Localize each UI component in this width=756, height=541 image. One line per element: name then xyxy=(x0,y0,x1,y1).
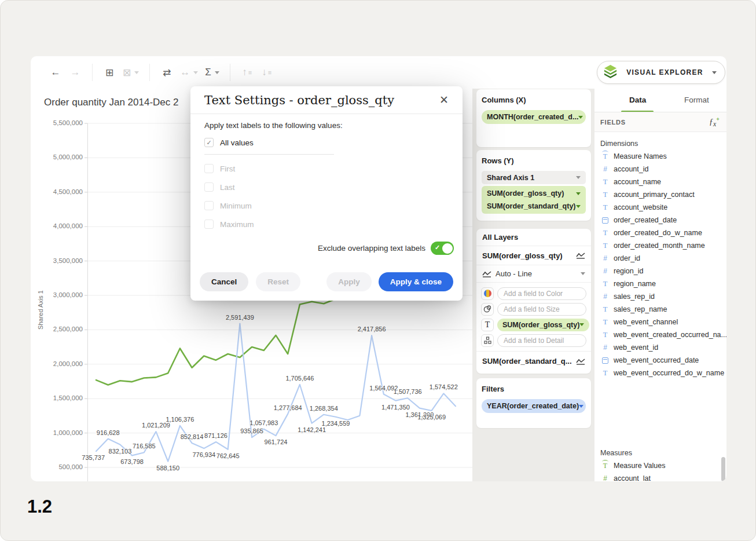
field-item-web-event-occurred-do-w-name[interactable]: Tweb_event_occurred_do_w_name xyxy=(594,367,726,379)
field-item-measure-values[interactable]: TMeasure Values xyxy=(594,459,726,472)
field-item-sales-rep-name[interactable]: Tsales_rep_name xyxy=(594,303,726,316)
option-minimum: Minimum xyxy=(204,196,449,215)
color-shelf-icon[interactable] xyxy=(481,287,494,300)
rows-shelf-title: Rows (Y) xyxy=(482,156,586,165)
layers-panel-title: All Layers xyxy=(476,229,591,246)
duplicate-chart-icon[interactable]: ⊞ xyxy=(101,63,118,82)
chevron-down-icon xyxy=(576,192,581,195)
field-item-order-created-date[interactable]: order_created_date xyxy=(594,214,726,226)
field-item-web-event-id[interactable]: #web_event_id xyxy=(594,341,726,354)
rows-shelf: Rows (Y) Shared Axis 1 SUM(order_gloss_q… xyxy=(476,150,591,221)
field-item-account-id[interactable]: #account_id xyxy=(594,163,726,176)
field-item-account-primary-contact[interactable]: Taccount_primary_contact xyxy=(594,188,726,201)
visual-explorer-label: VISUAL EXPLORER xyxy=(618,68,712,76)
data-point-label: 1,507,736 xyxy=(394,388,422,395)
data-point-label: 588,150 xyxy=(156,465,179,471)
text-shelf-field-label: SUM(order_gloss_qty) xyxy=(502,321,579,329)
app-frame: ←→⊞⊠⇄↔Σ↑≡↓≡ VISUAL EXPLORER Order quanti… xyxy=(0,0,756,541)
columns-shelf-title: Columns (X) xyxy=(482,96,586,104)
text-shelf-icon[interactable]: T xyxy=(481,319,494,331)
fields-label: FIELDS xyxy=(600,119,709,126)
field-item-region-id[interactable]: #region_id xyxy=(594,265,726,277)
size-shelf-input[interactable]: Add a field to Size xyxy=(497,303,586,316)
data-point-label: 1,277,684 xyxy=(274,404,302,411)
text-shelf-field-pill[interactable]: SUM(order_gloss_qty) xyxy=(497,319,589,331)
field-item-account-lat[interactable]: #account_lat xyxy=(594,472,726,481)
y-axis-tick: 500,000 xyxy=(33,463,83,470)
tab-data[interactable]: Data xyxy=(629,96,646,104)
chevron-down-icon xyxy=(576,205,581,208)
data-point-label: 776,934 xyxy=(192,451,215,458)
data-point-label: 871,126 xyxy=(204,432,227,439)
field-item-web-event-channel[interactable]: Tweb_event_channel xyxy=(594,316,726,328)
add-calculated-field-icon[interactable]: ƒx+ xyxy=(709,116,720,128)
tab-format[interactable]: Format xyxy=(684,96,709,104)
chevron-down-icon xyxy=(579,323,584,326)
field-item-order-created-do-w-name[interactable]: Torder_created_do_w_name xyxy=(594,226,726,239)
filters-shelf: Filters YEAR(order_created_date) xyxy=(476,378,591,428)
swap-axes-icon[interactable]: ⇄ xyxy=(158,63,175,82)
sort-ascending-icon: ↑≡ xyxy=(238,63,256,82)
exclude-overlap-toggle[interactable]: ✓ xyxy=(431,242,454,255)
detail-shelf-icon[interactable] xyxy=(481,334,494,347)
apply-close-button[interactable]: Apply & close xyxy=(379,272,453,291)
y-axis-tick: 1,000,000 xyxy=(33,429,83,436)
field-item-web-event-created-occurred-na-[interactable]: Tweb_event_created_occurred_na... xyxy=(594,328,726,341)
data-point-label: 1,705,646 xyxy=(285,375,314,382)
field-item-sales-rep-id[interactable]: #sales_rep_id xyxy=(594,290,726,303)
y-axis-tick: 1,500,000 xyxy=(33,394,83,401)
color-shelf-input[interactable]: Add a field to Color xyxy=(497,287,586,300)
aggregate-sigma-icon[interactable]: Σ xyxy=(203,63,222,82)
back-icon[interactable]: ← xyxy=(47,63,64,82)
sort-descending-icon: ↓≡ xyxy=(258,63,276,82)
line-chart-icon xyxy=(576,358,585,365)
mark-type-select[interactable]: Auto - Line xyxy=(476,265,591,283)
checkbox-icon xyxy=(204,182,214,192)
rows-field-pill[interactable]: SUM(order_standard_qty) xyxy=(482,200,586,213)
field-item-measure-names[interactable]: TMeasure Names xyxy=(594,150,726,163)
field-item-region-name[interactable]: Tregion_name xyxy=(594,277,726,290)
data-point-label: 852,814 xyxy=(181,433,204,440)
field-item-account-name[interactable]: Taccount_name xyxy=(594,176,726,188)
size-shelf-icon[interactable] xyxy=(481,303,494,316)
layer-label: SUM(order_standard_q... xyxy=(482,357,572,365)
text-settings-modal: Text Settings - order_gloss_qty ✕ Apply … xyxy=(190,86,463,301)
forward-icon: → xyxy=(67,63,84,82)
visual-explorer-switcher[interactable]: VISUAL EXPLORER xyxy=(597,61,725,84)
checkbox-icon xyxy=(204,220,214,229)
data-point-label: 832,103 xyxy=(109,448,132,455)
modal-title: Text Settings - order_gloss_qty xyxy=(204,93,439,107)
shared-axis-pill[interactable]: Shared Axis 1 xyxy=(482,171,586,184)
check-icon: ✓ xyxy=(435,244,440,251)
apply-button: Apply xyxy=(326,272,372,291)
data-point-label: 1,057,983 xyxy=(249,419,278,426)
field-item-order-id[interactable]: #order_id xyxy=(594,252,726,265)
layer-standard-qty[interactable]: SUM(order_standard_q... xyxy=(476,352,591,371)
columns-field-label: MONTH(order_created_d... xyxy=(487,113,578,121)
visual-explorer-logo-icon xyxy=(603,64,618,81)
columns-field-pill[interactable]: MONTH(order_created_d... xyxy=(482,110,586,124)
figure-label: 1.2 xyxy=(27,496,52,517)
data-point-label: 762,645 xyxy=(216,452,240,459)
checkbox-icon[interactable]: ✓ xyxy=(204,138,214,147)
field-item-order-created-month-name[interactable]: Torder_created_month_name xyxy=(594,239,726,252)
close-icon[interactable]: ✕ xyxy=(439,94,449,105)
measures-section-title: Measures xyxy=(594,449,726,459)
chevron-down-icon xyxy=(576,176,581,179)
layer-gloss-qty[interactable]: SUM(order_gloss_qty) xyxy=(476,246,591,265)
field-item-web-event-occurred-date[interactable]: web_event_occurred_date xyxy=(594,354,726,367)
field-item-account-website[interactable]: Taccount_website xyxy=(594,201,726,214)
data-point-label: 716,585 xyxy=(133,443,156,449)
detail-shelf-input[interactable]: Add a field to Detail xyxy=(497,334,586,347)
rows-field-pill[interactable]: SUM(order_gloss_qty) xyxy=(482,187,586,200)
data-point-label: 1,574,522 xyxy=(430,383,458,390)
option-all-values[interactable]: ✓All values xyxy=(204,133,449,152)
checkbox-icon xyxy=(204,164,214,173)
reset-button: Reset xyxy=(256,272,300,291)
data-point-label: 673,798 xyxy=(120,458,144,465)
sidebar-scrollbar[interactable] xyxy=(721,457,725,481)
cancel-button[interactable]: Cancel xyxy=(200,272,248,291)
option-maximum: Maximum xyxy=(204,215,449,233)
data-sidebar: Data Format FIELDS ƒx+ Dimensions TMeasu… xyxy=(594,89,726,481)
filter-field-pill[interactable]: YEAR(order_created_date) xyxy=(482,399,586,413)
